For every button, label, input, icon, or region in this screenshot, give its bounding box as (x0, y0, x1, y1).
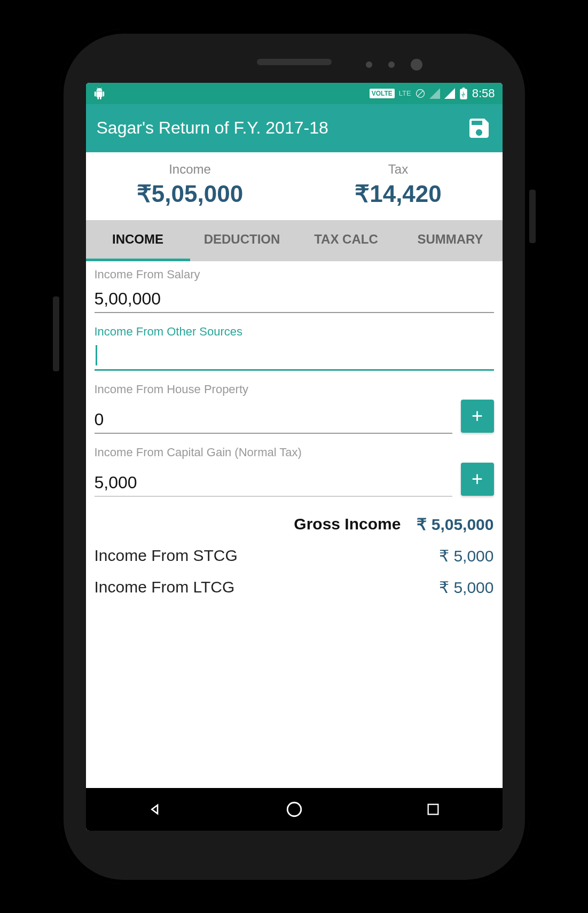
tab-summary[interactable]: SUMMARY (398, 220, 503, 261)
lte-label: LTE (399, 89, 411, 97)
app-bar: Sagar's Return of F.Y. 2017-18 (86, 104, 503, 152)
gross-income-row: Gross Income ₹ 5,05,000 (95, 509, 494, 540)
battery-charging-icon (459, 88, 468, 99)
recent-apps-button[interactable] (422, 799, 444, 820)
phone-sensors (366, 59, 422, 71)
income-label: Income (86, 162, 294, 177)
svg-point-2 (287, 802, 301, 816)
stcg-row: Income From STCG ₹ 5,000 (95, 540, 494, 572)
power-button (529, 190, 536, 243)
house-property-label: Income From House Property (95, 383, 494, 396)
ltcg-value: ₹ 5,000 (439, 578, 493, 597)
tabs-bar: INCOME DEDUCTION TAX CALC SUMMARY (86, 220, 503, 261)
other-sources-input[interactable] (95, 342, 494, 371)
svg-line-1 (417, 90, 423, 96)
plus-icon: + (472, 405, 483, 427)
capital-gain-input[interactable] (95, 469, 452, 497)
tax-summary-card: Tax ₹14,420 (294, 162, 503, 207)
text-cursor (96, 345, 97, 365)
tab-deduction[interactable]: DEDUCTION (190, 220, 294, 261)
tax-label: Tax (294, 162, 503, 177)
gross-income-label: Gross Income (294, 515, 401, 533)
house-property-input[interactable] (95, 405, 452, 434)
gross-income-value: ₹ 5,05,000 (417, 515, 493, 534)
android-icon (93, 88, 105, 99)
stcg-label: Income From STCG (95, 547, 238, 565)
page-title: Sagar's Return of F.Y. 2017-18 (97, 118, 466, 138)
signal-icon-2 (444, 88, 455, 99)
salary-input[interactable] (95, 285, 494, 313)
status-time: 8:58 (472, 87, 495, 100)
ltcg-label: Income From LTCG (95, 578, 235, 596)
capital-gain-label: Income From Capital Gain (Normal Tax) (95, 446, 494, 459)
save-icon[interactable] (466, 115, 492, 141)
phone-frame: VOLTE LTE 8:58 Sagar's Return of F.Y. 20… (59, 29, 529, 884)
salary-label: Income From Salary (95, 268, 494, 282)
add-capital-gain-button[interactable]: + (461, 463, 494, 496)
android-nav-bar (86, 788, 503, 831)
field-other-sources: Income From Other Sources (95, 325, 494, 371)
form-area: Income From Salary Income From Other Sou… (86, 261, 503, 788)
income-summary-card: Income ₹5,05,000 (86, 162, 294, 207)
tab-income[interactable]: INCOME (86, 220, 190, 261)
add-house-property-button[interactable]: + (461, 400, 494, 433)
no-data-icon (415, 89, 425, 98)
ltcg-row: Income From LTCG ₹ 5,000 (95, 572, 494, 603)
status-bar: VOLTE LTE 8:58 (86, 83, 503, 104)
other-sources-label: Income From Other Sources (95, 325, 494, 339)
field-salary: Income From Salary (95, 268, 494, 313)
summary-cards: Income ₹5,05,000 Tax ₹14,420 (86, 152, 503, 220)
field-house-property: Income From House Property + (95, 383, 494, 434)
back-button[interactable] (145, 799, 166, 820)
income-value: ₹5,05,000 (86, 180, 294, 207)
stcg-value: ₹ 5,000 (439, 547, 493, 565)
plus-icon: + (472, 468, 483, 490)
signal-icon-1 (429, 88, 440, 99)
phone-speaker (257, 59, 332, 65)
volte-badge: VOLTE (370, 89, 395, 98)
tab-taxcalc[interactable]: TAX CALC (294, 220, 398, 261)
screen: VOLTE LTE 8:58 Sagar's Return of F.Y. 20… (86, 83, 503, 831)
home-button[interactable] (284, 799, 305, 820)
svg-rect-3 (428, 804, 438, 814)
tax-value: ₹14,420 (294, 180, 503, 207)
volume-button (53, 296, 59, 371)
field-capital-gain: Income From Capital Gain (Normal Tax) + (95, 446, 494, 497)
